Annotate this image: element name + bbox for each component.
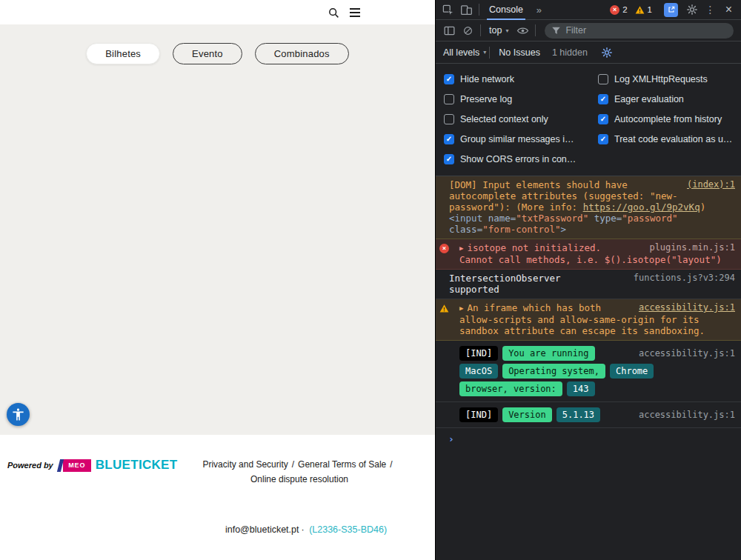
link-separator: / <box>390 459 392 470</box>
console-prompt[interactable]: › <box>436 428 741 449</box>
log-badge: [IND] <box>459 407 498 422</box>
devtools-panel: Console » × 2 1 ⋮ × <box>435 0 741 560</box>
console-message-iframe-warning: accessibility.js:1 ▶An iframe which has … <box>436 299 741 341</box>
log-badge: [IND] <box>459 346 498 361</box>
checkbox-show-cors-errors[interactable]: ✓ Show CORS errors in con… <box>444 149 598 169</box>
separator <box>535 24 536 36</box>
search-icon[interactable] <box>326 5 341 20</box>
screen: Bilhetes Evento Combinados Powered by ME… <box>0 0 741 560</box>
checkbox-selected-context-only[interactable]: ✓ Selected context only <box>444 109 598 129</box>
prompt-chevron-icon: › <box>448 433 454 444</box>
console-messages: (index):1 [DOM] Input elements should ha… <box>436 176 741 449</box>
tab-combinados[interactable]: Combinados <box>255 43 349 64</box>
accessibility-widget-button[interactable] <box>7 403 30 426</box>
live-expression-eye-icon[interactable] <box>514 21 532 39</box>
separator <box>480 24 481 36</box>
console-settings-pane: ✓ Hide network ✓ Preserve log ✓ Selected… <box>436 64 741 176</box>
accessibility-icon <box>11 407 25 421</box>
context-dropdown[interactable]: top ▾ <box>484 25 514 36</box>
source-link[interactable]: functions.js?v3:294 <box>634 273 735 284</box>
link-separator: / <box>292 459 294 470</box>
tab-bilhetes[interactable]: Bilhetes <box>86 43 160 64</box>
settings-column-left: ✓ Hide network ✓ Preserve log ✓ Selected… <box>444 69 598 169</box>
warning-icon <box>439 304 449 313</box>
error-icon: × <box>610 5 619 15</box>
checkbox-eager-evaluation[interactable]: ✓ Eager evaluation <box>598 89 732 109</box>
source-link[interactable]: accessibility.js:1 <box>639 302 735 313</box>
tabbar-right-controls: × 2 1 ⋮ × <box>610 1 738 19</box>
kebab-menu-icon[interactable]: ⋮ <box>701 1 720 19</box>
no-issues-label[interactable]: No Issues <box>499 47 540 58</box>
extension-icon[interactable] <box>664 3 678 17</box>
source-link[interactable]: plugins.min.js:1 <box>649 242 735 253</box>
message-text-close: ) <box>700 201 706 213</box>
chevron-down-icon: ▾ <box>505 27 508 34</box>
venue-code-link[interactable]: (L2336-S35-BD46) <box>309 524 387 535</box>
footer-contact: info@blueticket.pt· (L2336-S35-BD46) <box>225 524 387 535</box>
log-badge: Version <box>502 407 552 422</box>
checkbox-box: ✓ <box>444 134 454 144</box>
console-settings-gear-icon[interactable] <box>598 44 617 61</box>
checkbox-box: ✓ <box>444 74 454 84</box>
devtools-tabbar: Console » × 2 1 ⋮ × <box>436 0 741 20</box>
checkbox-box: ✓ <box>444 114 454 124</box>
device-toolbar-icon[interactable] <box>457 1 476 19</box>
console-message-ind-version: accessibility.js:1 [IND]Version5.1.13 <box>436 402 741 428</box>
checkbox-box: ✓ <box>598 74 608 84</box>
console-message-isotope-error: × plugins.min.js:1 ▶isotope not initiali… <box>436 239 741 270</box>
privacy-link[interactable]: Privacity and Security <box>202 459 288 470</box>
filter-box <box>545 23 734 39</box>
html-element-preview[interactable]: <input name="txtPassword" type="password… <box>449 213 735 235</box>
powered-by-block: Powered by MEO BLUETICKET <box>7 458 177 473</box>
source-link[interactable]: (index):1 <box>687 179 735 190</box>
checkbox-box: ✓ <box>444 94 454 104</box>
footer-legal-links: Privacity and Security/General Terms of … <box>191 457 408 487</box>
checkbox-log-xhr[interactable]: ✓ Log XMLHttpRequests <box>598 69 732 89</box>
log-badge: You are running <box>502 346 594 361</box>
separator-dot: · <box>301 524 304 535</box>
source-link[interactable]: accessibility.js:1 <box>639 407 735 422</box>
hidden-messages-count[interactable]: 1 hidden <box>552 47 588 58</box>
tab-evento[interactable]: Evento <box>173 43 242 64</box>
menu-icon[interactable] <box>348 5 362 20</box>
blueticket-page: Bilhetes Evento Combinados Powered by ME… <box>0 0 435 560</box>
console-message-dom-warning: (index):1 [DOM] Input elements should ha… <box>436 176 741 239</box>
category-tabs: Bilhetes Evento Combinados <box>0 43 435 64</box>
console-sidebar-icon[interactable] <box>440 21 459 39</box>
warning-count-badge[interactable]: 1 <box>635 5 652 15</box>
log-badge: MacOS <box>459 364 498 379</box>
checkbox-treat-code-eval[interactable]: ✓ Treat code evaluation as u… <box>598 129 732 149</box>
expand-arrow-icon[interactable]: ▶ <box>459 244 463 252</box>
warning-icon <box>635 5 645 15</box>
powered-by-label: Powered by <box>7 461 53 470</box>
filter-input[interactable] <box>565 25 727 36</box>
log-badge: browser, version: <box>459 381 562 396</box>
filter-funnel-icon <box>551 26 561 36</box>
source-link[interactable]: accessibility.js:1 <box>639 346 735 361</box>
more-info-link[interactable]: https://goo.gl/9p2vKq <box>583 201 700 213</box>
site-header <box>0 0 435 24</box>
settings-gear-icon[interactable] <box>682 1 701 19</box>
log-levels-dropdown[interactable]: All levels ▾ <box>443 47 486 58</box>
checkbox-preserve-log[interactable]: ✓ Preserve log <box>444 89 598 109</box>
expand-arrow-icon[interactable]: ▶ <box>459 304 463 312</box>
checkbox-box: ✓ <box>598 94 608 104</box>
tab-console[interactable]: Console <box>482 0 530 20</box>
checkbox-box: ✓ <box>598 134 608 144</box>
checkbox-autocomplete-history[interactable]: ✓ Autocomplete from history <box>598 109 732 129</box>
meo-logo: MEO <box>63 459 91 472</box>
clear-console-icon[interactable] <box>459 21 477 39</box>
console-message-ind-environment: accessibility.js:1 [IND]You are runningM… <box>436 341 741 402</box>
more-tabs-icon[interactable]: » <box>530 1 548 19</box>
log-badge: Operating system, <box>502 364 605 379</box>
dispute-link[interactable]: Online dispute resolution <box>250 474 348 484</box>
checkbox-group-similar[interactable]: ✓ Group similar messages i… <box>444 129 598 149</box>
check-icon: ✓ <box>600 136 606 143</box>
terms-link[interactable]: General Terms of Sale <box>298 459 386 470</box>
close-devtools-icon[interactable]: × <box>720 1 738 19</box>
check-icon: ✓ <box>600 96 606 103</box>
message-text: IntersectionObserver supported <box>449 273 561 295</box>
checkbox-hide-network[interactable]: ✓ Hide network <box>444 69 598 89</box>
inspect-element-icon[interactable] <box>439 1 457 19</box>
error-count-badge[interactable]: × 2 <box>610 5 627 15</box>
